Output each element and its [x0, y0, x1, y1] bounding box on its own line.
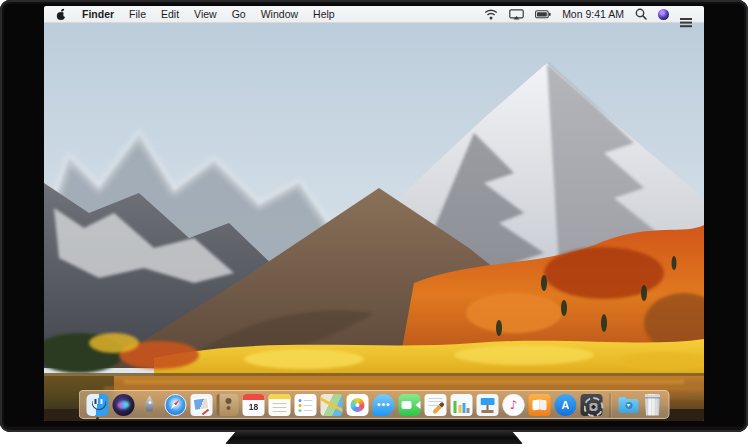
- scene: Finder FileEditViewGoWindowHelp: [0, 0, 748, 446]
- dock-calendar-glyph: 18: [243, 394, 265, 416]
- dock-siri-icon[interactable]: [113, 394, 135, 416]
- dock-sysprefs-icon[interactable]: [581, 394, 603, 416]
- dock-trash-icon[interactable]: [644, 394, 662, 416]
- dock-launchpad-icon[interactable]: [139, 394, 161, 416]
- dock-downloads-icon[interactable]: [618, 394, 640, 416]
- menu-window[interactable]: Window: [261, 8, 298, 20]
- menu-go[interactable]: Go: [232, 8, 246, 20]
- menu-file[interactable]: File: [129, 8, 146, 20]
- battery-icon[interactable]: [535, 10, 551, 19]
- dock-ibooks-icon[interactable]: [529, 394, 551, 416]
- dock-reminders-icon[interactable]: [295, 394, 317, 416]
- dock-finder-icon[interactable]: [87, 394, 109, 416]
- dock-itunes-glyph: ♪: [503, 394, 525, 416]
- dock: 18♪A: [79, 390, 670, 419]
- dock-appstore-glyph: A: [555, 394, 577, 416]
- menu-left: Finder FileEditViewGoWindowHelp: [56, 8, 335, 21]
- dock-maps-icon[interactable]: [321, 394, 343, 416]
- tv-stand: [225, 430, 523, 444]
- dock-separator: [610, 393, 611, 417]
- airplay-display-icon[interactable]: [509, 9, 524, 20]
- menu-bar: Finder FileEditViewGoWindowHelp: [44, 6, 704, 23]
- dock-facetime-icon[interactable]: [399, 394, 421, 416]
- running-indicator-dot: [96, 417, 99, 420]
- dock-numbers-icon[interactable]: [451, 394, 473, 416]
- dock-notes-icon[interactable]: [269, 394, 291, 416]
- siri-icon[interactable]: [658, 9, 669, 20]
- dock-contacts-icon[interactable]: [217, 394, 239, 416]
- menu-help[interactable]: Help: [313, 8, 335, 20]
- wifi-icon[interactable]: [484, 9, 498, 20]
- spotlight-search-icon[interactable]: [635, 8, 647, 20]
- notification-center-icon[interactable]: [680, 9, 692, 20]
- dock-calendar-icon[interactable]: 18: [243, 394, 265, 416]
- dock-pages-icon[interactable]: [425, 394, 447, 416]
- wallpaper-high-sierra: [44, 23, 704, 421]
- dock-messages-icon[interactable]: [373, 394, 395, 416]
- menu-edit[interactable]: Edit: [161, 8, 179, 20]
- dock-photos-icon[interactable]: [347, 394, 369, 416]
- dock-mail-icon[interactable]: [191, 394, 213, 416]
- menu-app-finder[interactable]: Finder: [82, 8, 114, 20]
- menu-clock[interactable]: Mon 9:41 AM: [562, 8, 624, 20]
- menu-status-area: Mon 9:41 AM: [484, 8, 692, 20]
- menu-items: FileEditViewGoWindowHelp: [129, 8, 335, 20]
- dock-appstore-icon[interactable]: A: [555, 394, 577, 416]
- dock-keynote-icon[interactable]: [477, 394, 499, 416]
- menu-view[interactable]: View: [194, 8, 217, 20]
- apple-menu-icon[interactable]: [56, 8, 67, 21]
- dock-itunes-icon[interactable]: ♪: [503, 394, 525, 416]
- dock-safari-icon[interactable]: [165, 394, 187, 416]
- desktop-screen: Finder FileEditViewGoWindowHelp: [44, 6, 704, 421]
